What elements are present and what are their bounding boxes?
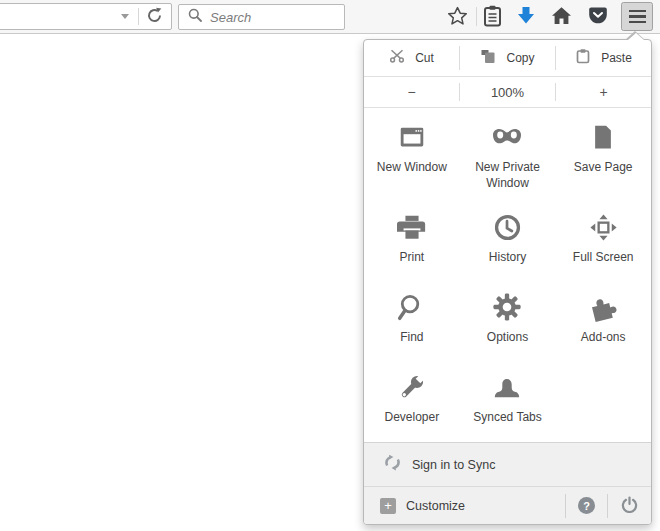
hamburger-icon bbox=[629, 10, 646, 13]
customize-button[interactable]: Customize bbox=[406, 499, 565, 513]
menu-item-history[interactable]: History bbox=[460, 198, 556, 278]
menu-item-find[interactable]: Find bbox=[364, 278, 460, 358]
quit-button[interactable] bbox=[608, 487, 651, 524]
search-placeholder: Search bbox=[210, 10, 251, 25]
mask-icon bbox=[491, 121, 523, 153]
customize-plus-icon: + bbox=[380, 498, 396, 514]
zoom-controls-row: − 100% + bbox=[364, 77, 651, 107]
gear-icon bbox=[491, 291, 523, 323]
reading-list-button[interactable] bbox=[479, 4, 506, 30]
menu-button[interactable] bbox=[621, 2, 653, 31]
menu-item-new-private-window[interactable]: New Private Window bbox=[460, 108, 556, 198]
menu-item-synced-tabs[interactable]: Synced Tabs bbox=[460, 358, 556, 442]
panel-footer: Sign in to Sync + Customize ? bbox=[364, 442, 651, 524]
menu-item-save-page[interactable]: Save Page bbox=[555, 108, 651, 198]
full-screen-icon bbox=[587, 211, 619, 243]
printer-icon bbox=[396, 211, 428, 243]
reading-list-icon bbox=[483, 5, 502, 30]
downloads-button[interactable] bbox=[512, 4, 539, 30]
copy-icon bbox=[480, 48, 496, 68]
customize-row: + Customize ? bbox=[364, 486, 651, 524]
sign-in-to-sync-button[interactable]: Sign in to Sync bbox=[364, 443, 651, 486]
menu-grid: New Window New Private Window Save Page … bbox=[364, 108, 651, 442]
toolbar-divider bbox=[476, 7, 477, 26]
menu-item-new-window[interactable]: New Window bbox=[364, 108, 460, 198]
help-button[interactable]: ? bbox=[566, 487, 607, 524]
menu-grid-empty-slot bbox=[555, 358, 651, 442]
menu-item-developer[interactable]: Developer bbox=[364, 358, 460, 442]
zoom-in-button[interactable]: + bbox=[556, 77, 651, 107]
copy-label: Copy bbox=[506, 51, 534, 65]
pocket-button[interactable] bbox=[584, 4, 611, 30]
home-icon bbox=[551, 6, 572, 28]
reload-button[interactable] bbox=[139, 4, 169, 29]
reload-icon bbox=[146, 7, 163, 27]
copy-button[interactable]: Copy bbox=[460, 40, 555, 76]
cut-button[interactable]: Cut bbox=[364, 40, 459, 76]
sync-icon bbox=[384, 454, 401, 475]
synced-tabs-icon bbox=[491, 371, 523, 403]
save-page-icon bbox=[587, 121, 619, 153]
cut-label: Cut bbox=[415, 51, 434, 65]
zoom-level[interactable]: 100% bbox=[460, 77, 555, 107]
star-icon bbox=[447, 6, 468, 29]
menu-item-options[interactable]: Options bbox=[460, 278, 556, 358]
pocket-icon bbox=[588, 6, 608, 28]
paste-button[interactable]: Paste bbox=[556, 40, 651, 76]
chevron-down-icon bbox=[121, 14, 129, 19]
puzzle-icon bbox=[587, 291, 619, 323]
paste-icon bbox=[575, 48, 591, 68]
menu-item-full-screen[interactable]: Full Screen bbox=[555, 198, 651, 278]
edit-controls-row: Cut Copy Paste bbox=[364, 40, 651, 76]
search-bar[interactable]: Search bbox=[178, 4, 345, 30]
zoom-out-button[interactable]: − bbox=[364, 77, 459, 107]
bookmark-star-button[interactable] bbox=[444, 4, 471, 30]
menu-item-print[interactable]: Print bbox=[364, 198, 460, 278]
sign-in-label: Sign in to Sync bbox=[412, 458, 495, 472]
new-window-icon bbox=[396, 121, 428, 153]
scissors-icon bbox=[389, 48, 405, 68]
wrench-icon bbox=[396, 371, 428, 403]
magnifier-icon bbox=[396, 291, 428, 323]
paste-label: Paste bbox=[601, 51, 632, 65]
help-icon: ? bbox=[578, 497, 595, 514]
download-arrow-icon bbox=[517, 6, 535, 28]
clock-icon bbox=[491, 211, 523, 243]
power-icon bbox=[621, 496, 638, 516]
home-button[interactable] bbox=[548, 4, 575, 30]
app-menu-panel: Cut Copy Paste − 100% + bbox=[363, 39, 652, 525]
url-bar[interactable] bbox=[0, 3, 172, 30]
urlbar-history-dropdown-button[interactable] bbox=[112, 4, 138, 29]
navigation-toolbar: Search bbox=[0, 0, 660, 34]
menu-item-add-ons[interactable]: Add-ons bbox=[555, 278, 651, 358]
search-icon bbox=[188, 8, 202, 26]
